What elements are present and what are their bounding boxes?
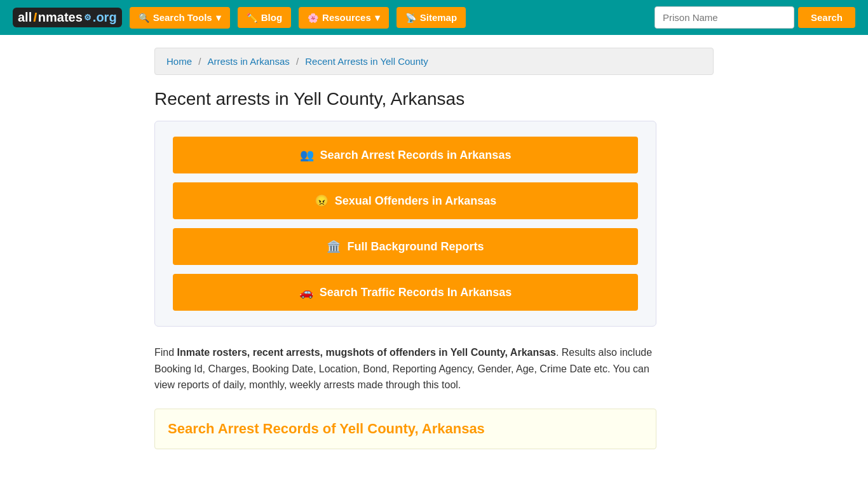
arrest-records-label: Search Arrest Records in Arkansas [320,149,512,162]
breadcrumb-home[interactable]: Home [166,56,192,67]
logo-gear-icon: ⚙ [84,13,92,22]
breadcrumb-sep-2: / [296,56,301,67]
header-search-bar: Search [654,6,855,29]
prison-search-input[interactable] [654,6,794,29]
site-logo[interactable]: allInmates⚙.org [13,8,122,27]
nav-resources[interactable]: 🌸 Resources ▾ [299,7,389,29]
site-header: allInmates⚙.org 🔍 Search Tools ▾ ✏️ Blog… [0,0,868,35]
arrest-records-button[interactable]: 👥 Search Arrest Records in Arkansas [173,137,638,173]
search-button-label: Search [811,12,843,23]
nav-search-tools[interactable]: 🔍 Search Tools ▾ [130,7,230,29]
resources-chevron-icon: ▾ [375,12,380,24]
prison-search-button[interactable]: Search [798,7,855,28]
sitemap-icon: 📡 [405,13,416,23]
background-reports-icon: 🏛️ [327,240,341,254]
main-content: Home / Arrests in Arkansas / Recent Arre… [142,35,726,462]
sex-offenders-button[interactable]: 😠 Sexual Offenders in Arkansas [173,182,638,219]
arrest-records-icon: 👥 [300,148,314,162]
sitemap-label: Sitemap [420,12,457,23]
description-intro: Find [154,347,177,358]
breadcrumb-recent-arrests-yell[interactable]: Recent Arrests in Yell County [305,56,428,67]
search-tools-icon: 🔍 [139,13,149,23]
nav-blog[interactable]: ✏️ Blog [238,7,291,28]
blog-icon: ✏️ [247,13,257,23]
blog-label: Blog [261,12,282,23]
search-section: Search Arrest Records of Yell County, Ar… [154,409,656,449]
breadcrumb: Home / Arrests in Arkansas / Recent Arre… [154,48,714,75]
breadcrumb-arrests-arkansas[interactable]: Arrests in Arkansas [208,56,290,67]
search-tools-chevron-icon: ▾ [216,12,221,24]
resources-label: Resources [322,12,371,23]
background-reports-label: Full Background Reports [347,240,484,254]
search-tools-label: Search Tools [153,12,212,23]
sex-offenders-icon: 😠 [315,194,329,208]
search-section-title: Search Arrest Records of Yell County, Ar… [168,421,643,437]
background-reports-button[interactable]: 🏛️ Full Background Reports [173,228,638,265]
description-bold: Inmate rosters, recent arrests, mugshots… [177,347,556,358]
action-box: 👥 Search Arrest Records in Arkansas 😠 Se… [154,121,656,327]
logo-inmates: I [33,10,37,25]
logo-all: all [18,10,32,25]
traffic-records-icon: 🚗 [299,285,313,299]
traffic-records-button[interactable]: 🚗 Search Traffic Records In Arkansas [173,274,638,311]
page-description: Find Inmate rosters, recent arrests, mug… [154,344,656,393]
sex-offenders-label: Sexual Offenders in Arkansas [335,194,496,208]
logo-org: .org [93,10,117,25]
resources-icon: 🌸 [308,13,318,23]
page-title: Recent arrests in Yell County, Arkansas [154,89,714,109]
breadcrumb-sep-1: / [198,56,203,67]
traffic-records-label: Search Traffic Records In Arkansas [320,286,512,299]
nav-sitemap[interactable]: 📡 Sitemap [397,7,466,28]
